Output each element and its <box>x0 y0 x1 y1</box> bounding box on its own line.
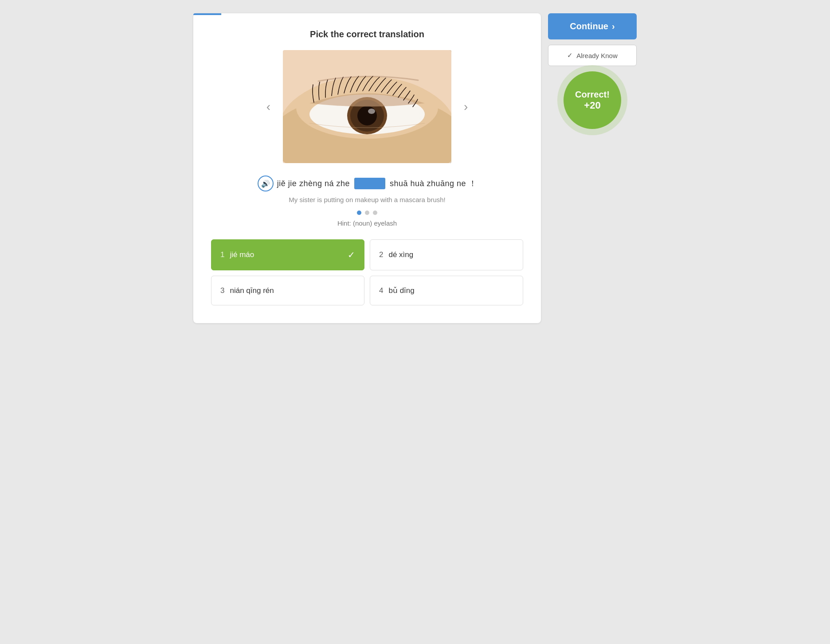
answer-2-num: 2 <box>379 250 383 259</box>
continue-button[interactable]: Continue › <box>548 13 637 39</box>
answer-3-num: 3 <box>220 286 224 295</box>
prev-arrow[interactable]: ‹ <box>263 96 274 117</box>
correct-points: +20 <box>584 100 600 111</box>
sidebar: Continue › ✓ Already Know Correct! +20 <box>548 13 637 323</box>
answer-4-num: 4 <box>379 286 383 295</box>
answer-1-num: 1 <box>220 250 224 259</box>
question-title: Pick the correct translation <box>211 29 523 39</box>
audio-button[interactable]: 🔊 <box>258 176 274 191</box>
answer-1[interactable]: 1 jié máo ✓ <box>211 239 364 270</box>
speaker-icon: 🔊 <box>261 180 270 188</box>
blank-box <box>354 178 385 189</box>
hint-text: Hint: (noun) eyelash <box>211 219 523 227</box>
already-know-button[interactable]: ✓ Already Know <box>548 45 637 66</box>
dot-1 <box>357 211 361 215</box>
already-know-label: Already Know <box>576 52 618 59</box>
dot-3 <box>373 211 377 215</box>
sentence-row: 🔊 jiě jie zhèng ná zhe shuā huà zhuāng n… <box>211 176 523 191</box>
answers-grid: 1 jié máo ✓ 2 dé xìng 3 nián qīng rén 4 … <box>211 239 523 305</box>
answer-3-text: nián qīng rén <box>230 286 274 295</box>
main-card: Pick the correct translation ‹ <box>193 13 541 323</box>
answer-3[interactable]: 3 nián qīng rén <box>211 276 364 305</box>
continue-label: Continue <box>570 21 608 31</box>
sentence-section: 🔊 jiě jie zhèng ná zhe shuā huà zhuāng n… <box>211 176 523 203</box>
image-section: ‹ <box>211 50 523 163</box>
eye-image <box>283 50 451 163</box>
checkmark-icon: ✓ <box>567 51 573 59</box>
page-wrapper: Pick the correct translation ‹ <box>193 13 637 323</box>
continue-arrow: › <box>612 21 615 31</box>
next-arrow[interactable]: › <box>460 96 471 117</box>
translation-text: My sister is putting on makeup with a ma… <box>211 196 523 203</box>
answer-2[interactable]: 2 dé xìng <box>370 239 523 270</box>
answer-4[interactable]: 4 bǔ dīng <box>370 276 523 305</box>
svg-point-8 <box>368 109 375 114</box>
answer-2-text: dé xìng <box>388 250 413 259</box>
correct-badge: Correct! +20 <box>564 71 621 129</box>
check-icon: ✓ <box>348 250 355 260</box>
answer-1-text: jié máo <box>230 250 254 259</box>
sentence-before: jiě jie zhèng ná zhe <box>277 179 350 188</box>
dot-2 <box>365 211 369 215</box>
sentence-after: shuā huà zhuāng ne ！ <box>390 178 477 189</box>
svg-point-7 <box>357 106 377 125</box>
answer-4-text: bǔ dīng <box>388 286 414 295</box>
progress-bar <box>193 13 221 15</box>
dots-row <box>211 211 523 215</box>
correct-label: Correct! <box>575 90 610 100</box>
